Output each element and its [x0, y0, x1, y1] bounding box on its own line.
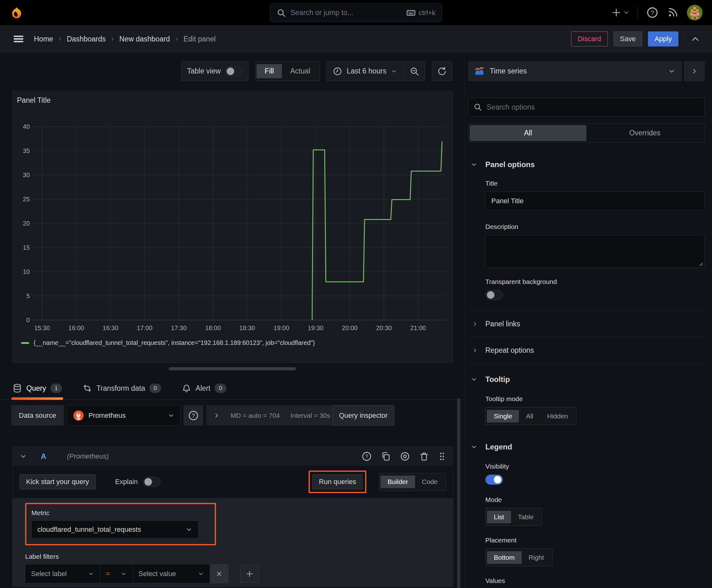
tab-all[interactable]: All: [470, 125, 586, 141]
tab-query[interactable]: Query 1: [11, 378, 63, 399]
delete-query-trash-icon[interactable]: [419, 451, 429, 461]
tab-transform-data[interactable]: Transform data 0: [81, 378, 162, 399]
add-new-button[interactable]: [611, 7, 629, 18]
edit-panel-main: Table view Fill Actual Last 6 hours: [0, 52, 465, 588]
run-queries-button[interactable]: Run queries: [312, 474, 363, 489]
query-inspector-button[interactable]: Query inspector: [332, 405, 394, 426]
collapse-options-pane-button[interactable]: [684, 61, 705, 81]
datasource-help-button[interactable]: ?: [184, 405, 203, 426]
tooltip-all-option[interactable]: All: [519, 410, 540, 422]
breadcrumb-dashboards[interactable]: Dashboards: [67, 35, 106, 43]
time-range-control: Last 6 hours: [326, 61, 425, 81]
hamburger-menu-icon[interactable]: [11, 33, 26, 45]
placement-right-option[interactable]: Right: [522, 551, 551, 564]
help-button[interactable]: ?: [646, 6, 659, 19]
global-search[interactable]: ctrl+k: [270, 3, 442, 22]
operator-value: =: [106, 570, 110, 578]
visualization-panel[interactable]: Panel Title 051015202530354015:3016:0016…: [12, 91, 453, 363]
grafana-logo[interactable]: [9, 5, 24, 20]
horizontal-scrollbar[interactable]: [169, 367, 296, 370]
query-help-icon[interactable]: ?: [361, 451, 372, 462]
tab-overrides[interactable]: Overrides: [586, 125, 703, 141]
query-options-summary[interactable]: MD = auto = 704 Interval = 30s: [206, 405, 347, 426]
chevron-down-icon: [88, 571, 94, 577]
apply-button[interactable]: Apply: [648, 31, 678, 46]
drag-handle-icon[interactable]: [438, 451, 446, 461]
tooltip-hidden-option[interactable]: Hidden: [540, 410, 575, 422]
svg-text:25: 25: [23, 196, 30, 203]
time-range-label: Last 6 hours: [347, 67, 386, 76]
actions-divider: [684, 33, 684, 45]
kick-start-query-button[interactable]: Kick start your query: [19, 474, 96, 489]
refresh-icon: [437, 66, 447, 76]
options-search[interactable]: [468, 98, 705, 117]
chevron-down-icon[interactable]: [19, 453, 27, 460]
collapse-chevron-up-icon[interactable]: [690, 34, 701, 44]
chevron-right-icon: [691, 67, 698, 75]
news-rss-icon[interactable]: [667, 6, 679, 19]
datasource-label: Data source: [11, 405, 64, 426]
panel-links-header[interactable]: Panel links: [486, 311, 705, 337]
explain-label: Explain: [115, 478, 138, 486]
transparent-background-toggle[interactable]: [486, 290, 503, 300]
search-input[interactable]: [290, 8, 402, 17]
breadcrumb-edit-panel: Edit panel: [184, 35, 215, 43]
remove-filter-button[interactable]: [210, 564, 228, 583]
topnav-divider: [638, 6, 638, 19]
legend-header[interactable]: Legend: [486, 443, 705, 451]
add-filter-button[interactable]: [240, 565, 259, 583]
tooltip-header[interactable]: Tooltip: [486, 375, 705, 384]
zoom-out-button[interactable]: [404, 66, 425, 76]
operator-dropdown[interactable]: =: [100, 564, 133, 583]
explain-toggle[interactable]: [143, 477, 160, 487]
legend-placement-label: Placement: [486, 537, 705, 544]
user-avatar[interactable]: [687, 5, 703, 20]
keyboard-icon: [406, 8, 416, 18]
actual-option[interactable]: Actual: [282, 64, 318, 78]
legend-values-label: Values: [486, 577, 705, 585]
tooltip-single-option[interactable]: Single: [487, 410, 519, 422]
title-field-label: Title: [486, 180, 705, 187]
svg-text:0: 0: [26, 317, 30, 323]
datasource-picker[interactable]: Prometheus: [67, 405, 180, 426]
breadcrumb-home[interactable]: Home: [34, 35, 53, 43]
legend-table-option[interactable]: Table: [511, 511, 541, 523]
transform-count-badge: 0: [149, 383, 161, 393]
fill-option[interactable]: Fill: [257, 64, 282, 78]
legend-list-option[interactable]: List: [487, 511, 511, 523]
repeat-options-header[interactable]: Repeat options: [486, 337, 705, 363]
select-value-dropdown[interactable]: Select value: [133, 564, 210, 583]
code-option[interactable]: Code: [415, 476, 445, 488]
chevron-down-icon: [391, 68, 397, 75]
svg-text:20:00: 20:00: [342, 324, 358, 331]
query-row-header[interactable]: A (Prometheus) ?: [13, 447, 453, 466]
vertical-scrollbar[interactable]: [457, 398, 460, 588]
table-view-toggle[interactable]: [225, 66, 243, 76]
visualization-type-picker[interactable]: Time series: [468, 61, 682, 81]
panel-title-input[interactable]: [486, 192, 705, 210]
options-search-input[interactable]: [487, 103, 699, 111]
max-data-points-stat: MD = auto = 704: [231, 412, 280, 419]
duplicate-query-icon[interactable]: [381, 451, 391, 461]
metric-label: Metric: [31, 509, 210, 517]
chevron-down-icon: [471, 161, 477, 168]
tab-alert[interactable]: Alert 0: [180, 378, 228, 399]
time-range-picker[interactable]: Last 6 hours: [326, 67, 404, 76]
builder-option[interactable]: Builder: [381, 476, 415, 488]
metric-select[interactable]: cloudflared_tunnel_total_requests: [31, 521, 198, 538]
select-label-dropdown[interactable]: Select label: [25, 564, 100, 583]
legend-visibility-toggle[interactable]: [486, 475, 503, 485]
breadcrumb-new-dashboard[interactable]: New dashboard: [119, 35, 170, 43]
svg-text:17:30: 17:30: [171, 324, 187, 331]
discard-button[interactable]: Discard: [571, 31, 608, 46]
fill-actual-segmented: Fill Actual: [255, 61, 320, 81]
refresh-button[interactable]: [432, 61, 452, 81]
panel-description-textarea[interactable]: [486, 235, 705, 268]
placement-bottom-option[interactable]: Bottom: [487, 551, 522, 564]
query-toolbar: Kick start your query Explain Run querie…: [13, 466, 453, 498]
resize-handle-icon[interactable]: [697, 261, 703, 266]
save-button[interactable]: Save: [613, 31, 642, 46]
disable-query-eye-icon[interactable]: [400, 451, 410, 462]
chart-legend[interactable]: {__name__="cloudflared_tunnel_total_requ…: [21, 339, 315, 346]
panel-options-header[interactable]: Panel options: [486, 160, 705, 169]
